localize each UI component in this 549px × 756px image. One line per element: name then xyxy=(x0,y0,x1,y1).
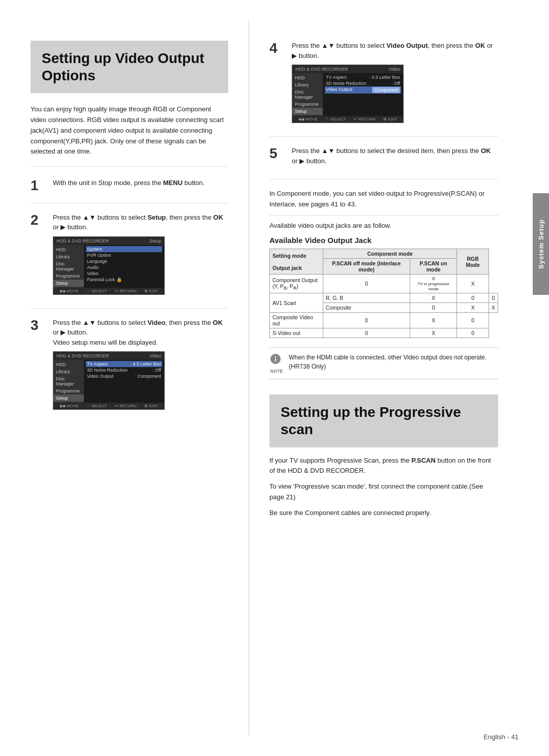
dvd-menu-video: HDD & DVD RECORDER Video HDD Library Dis… xyxy=(53,351,165,410)
setup-bold: Setup xyxy=(147,214,166,221)
progressive-para-3: Be sure the Component cables are connect… xyxy=(269,508,498,519)
table-cell-output-av1: AV1 Scart xyxy=(270,293,323,313)
step-4-content: Press the ▲▼ buttons to select Video Out… xyxy=(292,41,498,127)
output-table: Setting modeOutput jack Component mode R… xyxy=(269,249,498,338)
table-cell-output-composite-video: Composite Video out xyxy=(270,313,323,328)
left-column: Setting up Video Output Options You can … xyxy=(0,20,249,736)
left-section-title: Setting up Video Output Options xyxy=(30,41,228,93)
table-title: Available Video Output Jack xyxy=(269,236,498,245)
step-2: 2 Press the ▲▼ buttons to select Setup, … xyxy=(30,213,228,309)
step-3-content: Press the ▲▼ buttons to select Video, th… xyxy=(53,318,228,414)
table-cell-output-component: Component Output(Y, PB, PR) xyxy=(270,275,323,293)
table-header-setting: Setting modeOutput jack xyxy=(270,249,323,275)
step-5: 5 Press the ▲▼ buttons to select the des… xyxy=(269,146,498,179)
step-2-content: Press the ▲▼ buttons to select Setup, th… xyxy=(53,213,228,299)
note-box: NOTE When the HDMI cable is connected, o… xyxy=(269,347,498,379)
right-column: 4 Press the ▲▼ buttons to select Video O… xyxy=(249,20,524,736)
note-icon: NOTE xyxy=(269,353,284,374)
table-cell-c5-1: 0 xyxy=(323,328,410,338)
note-text: When the HDMI cable is connected, other … xyxy=(289,353,498,371)
table-cell-c1-2: 0TV in progressive mode xyxy=(410,275,456,293)
table-cell-c4-3: 0 xyxy=(457,313,489,328)
table-cell-c4-2: X xyxy=(410,313,456,328)
table-cell-c1-3: X xyxy=(457,275,489,293)
table-cell-c2-3: 0 xyxy=(489,293,498,303)
progressive-para-2: To view 'Progressive scan mode', first c… xyxy=(269,481,498,503)
intro-text: You can enjoy high quality image through… xyxy=(30,104,228,167)
table-cell-output-svideo: S-Video out xyxy=(270,328,323,338)
ok-bold-2: OK xyxy=(214,214,224,221)
table-cell-c2-1: X xyxy=(410,293,456,303)
step-5-content: Press the ▲▼ buttons to select the desir… xyxy=(292,146,498,170)
progressive-section: Setting up the Progressive scan If your … xyxy=(269,395,498,518)
table-row: Component Output(Y, PB, PR) 0 0TV in pro… xyxy=(270,275,498,293)
info-text-2: Available video output jacks are as foll… xyxy=(269,221,498,231)
step-4: 4 Press the ▲▼ buttons to select Video O… xyxy=(269,41,498,137)
progressive-title: Setting up the Progressive scan xyxy=(281,404,487,438)
step-5-number: 5 xyxy=(269,146,285,162)
system-setup-label: System Setup xyxy=(537,219,545,269)
step-1-number: 1 xyxy=(30,178,46,194)
progressive-para-1: If your TV supports Progressive Scan, pr… xyxy=(269,456,498,477)
ok-bold-3: OK xyxy=(213,319,223,326)
table-cell-c1-1: 0 xyxy=(323,275,410,293)
left-title: Setting up Video Output Options xyxy=(42,50,217,84)
step-1: 1 With the unit in Stop mode, press the … xyxy=(30,178,228,203)
table-subheader-pscan-on: P.SCAN on mode xyxy=(410,259,456,275)
table-cell-c5-3: 0 xyxy=(457,328,489,338)
ok-bold-4: OK xyxy=(475,42,485,49)
table-cell-c3-1: 0 xyxy=(410,303,456,313)
video-output-bold: Video Output xyxy=(386,42,428,49)
info-text-1: In Component mode, you can set video out… xyxy=(269,189,498,216)
table-cell-c3-3: X xyxy=(489,303,498,313)
dvd-menu-setup: HDD & DVD RECORDER Setup HDD Library Dis… xyxy=(53,236,165,295)
ok-bold-5: OK xyxy=(481,147,491,155)
step-1-content: With the unit in Stop mode, press the ME… xyxy=(53,178,228,192)
dvd-menu-video-output: HDD & DVD RECORDER Video HDD Library Dis… xyxy=(292,65,404,123)
progressive-section-title: Setting up the Progressive scan xyxy=(269,395,498,447)
note-label: NOTE xyxy=(269,369,284,374)
table-subheader-pscan-off: P.SCAN off mode (Interlace mode) xyxy=(323,259,410,275)
video-output-table-section: Available Video Output Jack Setting mode… xyxy=(269,236,498,338)
table-row: AV1 Scart R, G, B X 0 0 xyxy=(270,293,498,303)
step-3: 3 Press the ▲▼ buttons to select Video, … xyxy=(30,318,228,424)
menu-bold: MENU xyxy=(163,179,182,187)
table-cell-composite-label: Composite xyxy=(323,303,410,313)
step-3-number: 3 xyxy=(30,318,46,334)
table-cell-c4-1: 0 xyxy=(323,313,410,328)
table-header-component: Component mode xyxy=(323,249,457,259)
step-2-number: 2 xyxy=(30,213,46,228)
table-row: Composite Video out 0 X 0 xyxy=(270,313,498,328)
table-cell-c3-2: X xyxy=(457,303,489,313)
step-4-number: 4 xyxy=(269,41,285,56)
table-header-rgb: RGB Mode xyxy=(457,249,489,275)
table-cell-c2-2: 0 xyxy=(457,293,489,303)
pscan-bold: P.SCAN xyxy=(411,457,435,464)
page-number: English - 41 xyxy=(483,733,518,741)
table-row: S-Video out 0 X 0 xyxy=(270,328,498,338)
table-cell-rgb-label: R, G, B xyxy=(323,293,410,303)
system-setup-tab: System Setup xyxy=(533,193,549,295)
table-cell-c5-2: X xyxy=(410,328,456,338)
video-bold-3: Video xyxy=(147,319,165,326)
